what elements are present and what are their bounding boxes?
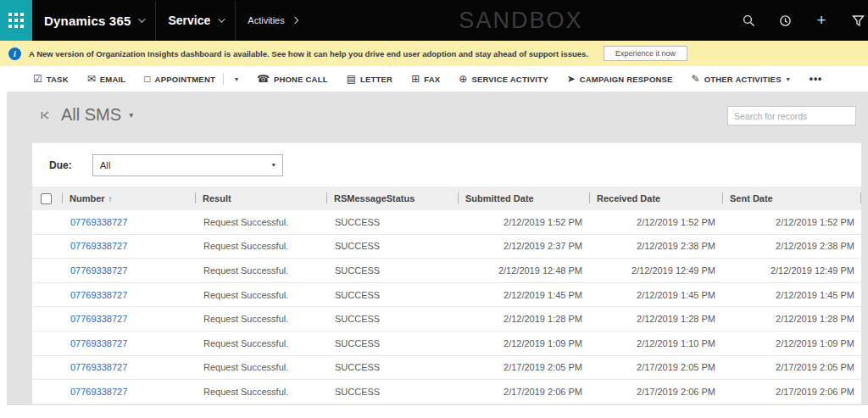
toolbar-appointment-button[interactable]: □APPOINTMENT▾ xyxy=(135,66,248,92)
toolbar-item-label: SERVICE ACTIVITY xyxy=(471,75,548,84)
toolbar-service-activity-button[interactable]: ⊕SERVICE ACTIVITY xyxy=(449,66,557,92)
collapse-left-icon xyxy=(41,110,53,120)
record-number-link[interactable]: 07769338727 xyxy=(70,290,127,300)
records-panel: Due: All ▾ Number↑ResultRSMessageStatusS… xyxy=(32,142,861,404)
toolbar-item-label: LETTER xyxy=(360,75,392,84)
due-filter-select[interactable]: All ▾ xyxy=(92,154,283,176)
cell-sent-date: 2/12/2019 1:45 PM xyxy=(722,290,861,300)
cell-number: 07769338727 xyxy=(62,362,195,372)
toolbar-task-button[interactable]: ☑TASK xyxy=(24,66,78,92)
recent-items-icon[interactable] xyxy=(778,14,792,27)
toolbar-phone-call-button[interactable]: ☎PHONE CALL xyxy=(248,66,337,92)
notification-message: A New version of Organization Insights d… xyxy=(29,49,588,59)
cell-number: 07769338727 xyxy=(62,265,195,276)
table-row[interactable]: 07769338727Request Successful.SUCCESS2/1… xyxy=(32,259,861,283)
record-number-link[interactable]: 07769338727 xyxy=(70,362,127,372)
experience-it-now-button[interactable]: Experience it now xyxy=(604,46,687,61)
campaign-response-icon: ➤ xyxy=(567,74,576,84)
search-records-input[interactable] xyxy=(727,106,856,125)
toolbar-item-label: TASK xyxy=(47,75,69,84)
cell-result: Request Successful. xyxy=(195,241,326,251)
add-icon[interactable]: + xyxy=(815,14,828,27)
sort-ascending-icon: ↑ xyxy=(108,194,113,203)
column-header-sent-date[interactable]: Sent Date xyxy=(722,187,861,210)
view-title: All SMS xyxy=(61,105,121,125)
record-number-link[interactable]: 07769338727 xyxy=(70,338,127,348)
cell-result: Request Successful. xyxy=(195,265,326,276)
fax-icon: ⊞ xyxy=(411,74,420,84)
cell-submitted-date: 2/12/2019 1:09 PM xyxy=(458,338,589,348)
app-name-label: Dynamics 365 xyxy=(44,14,131,28)
chevron-down-icon xyxy=(218,15,225,22)
cell-number: 07769338727 xyxy=(62,217,195,227)
select-all-checkbox[interactable] xyxy=(41,193,52,204)
table-row[interactable]: 07769338727Request Successful.SUCCESS2/1… xyxy=(32,210,861,235)
toolbar-item-label: PHONE CALL xyxy=(274,75,328,84)
cell-rsmessagestatus: SUCCESS xyxy=(326,241,458,251)
phone-call-icon: ☎ xyxy=(257,74,270,84)
cell-number: 07769338727 xyxy=(62,387,195,397)
chevron-down-icon: ▾ xyxy=(235,75,238,83)
table-row[interactable]: 07769338727Request Successful.SUCCESS2/1… xyxy=(32,235,861,259)
view-selector[interactable]: All SMS ▾ xyxy=(41,105,133,125)
chevron-down-icon: ▾ xyxy=(129,110,133,120)
table-body: 07769338727Request Successful.SUCCESS2/1… xyxy=(32,210,861,404)
record-number-link[interactable]: 07769338727 xyxy=(70,265,127,276)
cell-number: 07769338727 xyxy=(62,338,195,348)
cell-rsmessagestatus: SUCCESS xyxy=(326,314,458,324)
table-row[interactable]: 07769338727Request Successful.SUCCESS2/1… xyxy=(32,283,861,308)
cell-rsmessagestatus: SUCCESS xyxy=(326,290,458,300)
record-number-link[interactable]: 07769338727 xyxy=(70,314,127,324)
other-activities-icon: ✎ xyxy=(692,74,700,84)
column-header-received-date[interactable]: Received Date xyxy=(589,187,722,210)
breadcrumb-activities[interactable]: Activities xyxy=(236,0,309,41)
cell-result: Request Successful. xyxy=(195,362,326,372)
cell-sent-date: 2/17/2019 2:06 PM xyxy=(722,387,861,397)
table-row[interactable]: 07769338727Request Successful.SUCCESS2/1… xyxy=(32,332,861,356)
toolbar-other-activities-button[interactable]: ✎OTHER ACTIVITIES▾ xyxy=(682,66,799,92)
letter-icon: ▤ xyxy=(347,74,356,84)
table-row[interactable]: 07769338727Request Successful.SUCCESS2/1… xyxy=(32,380,861,404)
toolbar-fax-button[interactable]: ⊞FAX xyxy=(402,66,449,92)
app-name-menu[interactable]: Dynamics 365 xyxy=(32,0,155,41)
toolbar-letter-button[interactable]: ▤LETTER xyxy=(337,66,403,92)
activity-toolbar: ☑TASK✉EMAIL□APPOINTMENT▾☎PHONE CALL▤LETT… xyxy=(0,66,868,92)
record-number-link[interactable]: 07769338727 xyxy=(70,217,127,227)
divider xyxy=(223,73,224,85)
cell-received-date: 2/17/2019 2:05 PM xyxy=(589,362,722,372)
cell-rsmessagestatus: SUCCESS xyxy=(326,338,458,348)
cell-received-date: 2/12/2019 12:49 PM xyxy=(589,265,722,276)
cell-result: Request Successful. xyxy=(195,290,326,300)
cell-sent-date: 2/17/2019 2:05 PM xyxy=(722,362,861,372)
search-icon[interactable] xyxy=(742,14,755,27)
cell-result: Request Successful. xyxy=(195,387,326,397)
area-menu[interactable]: Service xyxy=(156,0,235,41)
toolbar-campaign-response-button[interactable]: ➤CAMPAIGN RESPONSE xyxy=(558,66,682,92)
environment-banner: SANDBOX xyxy=(459,8,582,34)
cell-rsmessagestatus: SUCCESS xyxy=(326,362,458,372)
column-header-rsmessagestatus[interactable]: RSMessageStatus xyxy=(326,187,458,210)
chevron-right-icon xyxy=(291,17,298,24)
toolbar-item-label: EMAIL xyxy=(100,75,126,84)
cell-received-date: 2/12/2019 2:38 PM xyxy=(589,241,722,251)
cell-sent-date: 2/12/2019 12:49 PM xyxy=(722,265,861,276)
column-header-number[interactable]: Number↑ xyxy=(62,187,195,210)
toolbar-email-button[interactable]: ✉EMAIL xyxy=(78,66,136,92)
column-header-submitted-date[interactable]: Submitted Date xyxy=(458,187,589,210)
top-navigation-bar: Dynamics 365 Service Activities SANDBOX … xyxy=(0,0,868,41)
workspace: All SMS ▾ Due: All ▾ Number↑ResultRSMess… xyxy=(7,92,868,405)
cell-rsmessagestatus: SUCCESS xyxy=(326,217,458,227)
record-number-link[interactable]: 07769338727 xyxy=(70,241,127,251)
due-filter-row: Due: All ▾ xyxy=(32,142,861,187)
column-header-result[interactable]: Result xyxy=(195,187,326,210)
app-launcher-button[interactable] xyxy=(0,0,32,41)
more-commands-button[interactable]: ••• xyxy=(799,73,833,85)
filter-icon[interactable] xyxy=(851,14,865,27)
record-number-link[interactable]: 07769338727 xyxy=(70,387,127,397)
table-header: Number↑ResultRSMessageStatusSubmitted Da… xyxy=(32,187,861,210)
table-row[interactable]: 07769338727Request Successful.SUCCESS2/1… xyxy=(32,356,861,381)
info-icon: i xyxy=(8,47,21,60)
notification-bar: i A New version of Organization Insights… xyxy=(0,41,868,66)
cell-result: Request Successful. xyxy=(195,217,326,227)
table-row[interactable]: 07769338727Request Successful.SUCCESS2/1… xyxy=(32,307,861,332)
